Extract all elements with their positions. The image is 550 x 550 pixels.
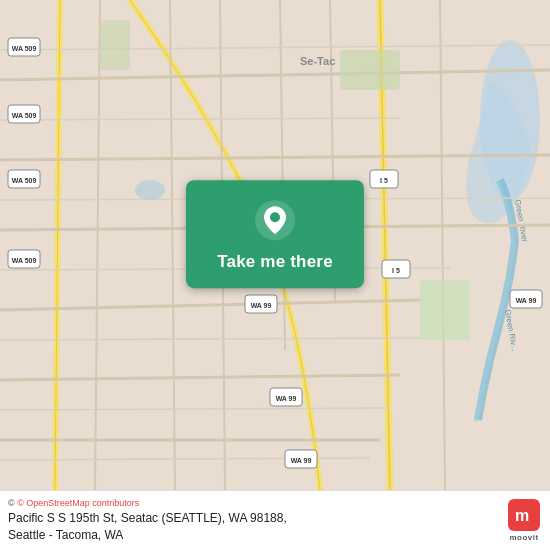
svg-rect-5	[100, 20, 130, 70]
svg-text:WA 509: WA 509	[12, 177, 37, 184]
svg-text:m: m	[515, 507, 529, 524]
footer-info: © © OpenStreetMap contributors Pacific S…	[8, 498, 287, 544]
moovit-logo-icon: m	[513, 504, 535, 526]
address-line1: Pacific S S 195th St, Seatac (SEATTLE), …	[8, 511, 287, 525]
svg-rect-6	[420, 280, 470, 340]
svg-text:WA 509: WA 509	[12, 112, 37, 119]
svg-point-31	[270, 212, 280, 222]
footer-bar: © © OpenStreetMap contributors Pacific S…	[0, 490, 550, 550]
cta-button[interactable]: Take me there	[186, 180, 364, 288]
svg-text:I 5: I 5	[392, 267, 400, 274]
osm-attribution: © © OpenStreetMap contributors	[8, 498, 287, 508]
location-pin-icon	[253, 198, 297, 242]
address-text: Pacific S S 195th St, Seatac (SEATTLE), …	[8, 510, 287, 544]
svg-text:WA 509: WA 509	[12, 257, 37, 264]
svg-text:WA 99: WA 99	[276, 395, 297, 402]
svg-text:Se-Tac: Se-Tac	[300, 55, 335, 67]
osm-copyright-symbol: ©	[8, 498, 17, 508]
cta-button-label: Take me there	[217, 252, 333, 272]
svg-text:WA 99: WA 99	[251, 302, 272, 309]
svg-point-8	[135, 180, 165, 200]
moovit-icon: m	[508, 499, 540, 531]
svg-text:WA 99: WA 99	[291, 457, 312, 464]
svg-text:I 5: I 5	[380, 177, 388, 184]
moovit-logo: m moovit	[508, 499, 540, 542]
svg-text:WA 99: WA 99	[516, 297, 537, 304]
svg-text:WA 509: WA 509	[12, 45, 37, 52]
osm-link[interactable]: © OpenStreetMap contributors	[17, 498, 139, 508]
svg-rect-4	[340, 50, 400, 90]
address-line2: Seattle - Tacoma, WA	[8, 528, 123, 542]
map-view: Green River Green Riv...	[0, 0, 550, 490]
moovit-label: moovit	[509, 533, 538, 542]
